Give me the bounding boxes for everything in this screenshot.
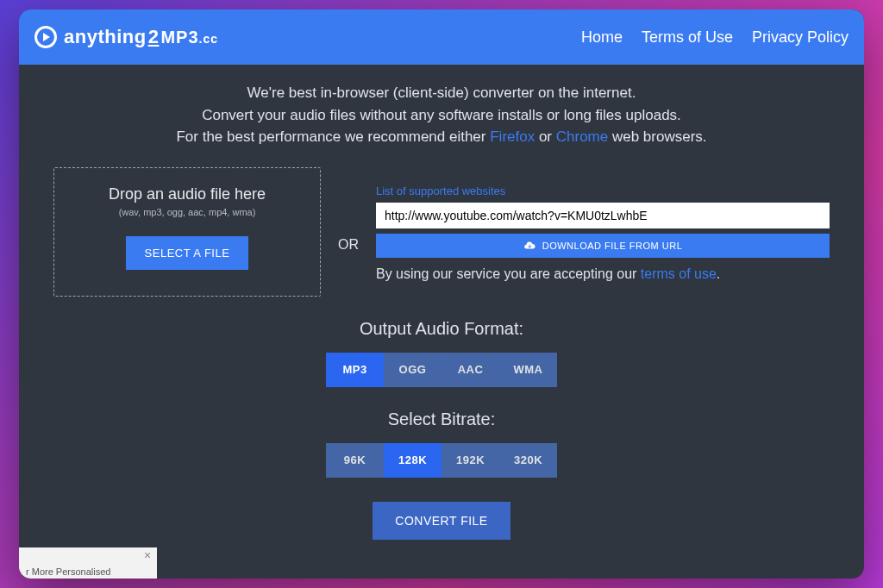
close-icon[interactable]: ×: [141, 549, 153, 561]
format-option-mp3[interactable]: MP3: [326, 353, 384, 387]
logo-word-anything: anything: [64, 26, 147, 47]
or-separator: OR: [338, 237, 359, 253]
format-option-ogg[interactable]: OGG: [384, 353, 442, 387]
terms-text-a: By using our service you are accepting o…: [376, 266, 641, 281]
input-row: Drop an audio file here (wav, mp3, ogg, …: [53, 167, 830, 297]
intro-line-2: Convert your audio files without any sof…: [53, 104, 830, 127]
terms-of-use-link[interactable]: terms of use: [641, 266, 717, 281]
url-input[interactable]: [376, 203, 830, 228]
nav-home[interactable]: Home: [581, 28, 623, 47]
convert-row: CONVERT FILE: [53, 502, 830, 540]
convert-file-button[interactable]: CONVERT FILE: [373, 502, 510, 540]
dropzone[interactable]: Drop an audio file here (wav, mp3, ogg, …: [53, 167, 321, 297]
download-from-url-button[interactable]: DOWNLOAD FILE FROM URL: [376, 234, 830, 258]
intro-line-3b: web browsers.: [608, 128, 706, 145]
terms-text-b: .: [717, 266, 720, 281]
ad-text: r More Personalised: [26, 566, 110, 577]
bitrate-option-320k[interactable]: 320K: [499, 443, 557, 478]
url-column: List of supported websites DOWNLOAD FILE…: [376, 167, 830, 282]
play-circle-icon: [34, 26, 57, 48]
main-content: We're best in-browser (client-side) conv…: [19, 65, 864, 540]
dropzone-title: Drop an audio file here: [63, 185, 311, 203]
logo-text: anything2MP3.cc: [64, 26, 218, 48]
firefox-link[interactable]: Firefox: [490, 128, 535, 145]
supported-websites-link[interactable]: List of supported websites: [376, 185, 505, 197]
intro-line-1: We're best in-browser (client-side) conv…: [53, 82, 830, 104]
dropzone-subtitle: (wav, mp3, ogg, aac, mp4, wma): [63, 207, 311, 217]
format-title: Output Audio Format:: [53, 319, 830, 339]
intro-line-3a: For the best performance we recommend ei…: [176, 128, 490, 145]
terms-notice: By using our service you are accepting o…: [376, 266, 830, 282]
bitrate-title: Select Bitrate:: [53, 410, 830, 429]
intro-line-3: For the best performance we recommend ei…: [53, 126, 830, 148]
cloud-download-icon: [523, 240, 535, 252]
nav-privacy[interactable]: Privacy Policy: [752, 28, 849, 47]
logo-word-cc: .cc: [199, 32, 218, 46]
app-window: anything2MP3.cc Home Terms of Use Privac…: [19, 9, 864, 579]
format-group: MP3OGGAACWMA: [326, 353, 557, 387]
bitrate-option-192k[interactable]: 192K: [442, 443, 499, 478]
format-option-aac[interactable]: AAC: [442, 353, 499, 387]
logo-word-mp3: MP3: [160, 28, 198, 47]
select-file-button[interactable]: SELECT A FILE: [126, 236, 249, 270]
logo[interactable]: anything2MP3.cc: [34, 26, 218, 48]
header-bar: anything2MP3.cc Home Terms of Use Privac…: [19, 9, 864, 65]
download-button-label: DOWNLOAD FILE FROM URL: [542, 241, 683, 251]
chrome-link[interactable]: Chrome: [556, 128, 608, 145]
nav-terms[interactable]: Terms of Use: [642, 28, 733, 47]
nav: Home Terms of Use Privacy Policy: [581, 28, 849, 47]
intro-line-3-or: or: [535, 128, 556, 145]
format-option-wma[interactable]: WMA: [499, 353, 557, 387]
logo-word-2: 2: [148, 26, 160, 47]
ad-overlay: r More Personalised ×: [19, 547, 157, 579]
intro-text: We're best in-browser (client-side) conv…: [53, 82, 830, 148]
bitrate-option-96k[interactable]: 96K: [326, 443, 384, 478]
bitrate-option-128k[interactable]: 128K: [384, 443, 442, 478]
bitrate-group: 96K128K192K320K: [326, 443, 557, 478]
